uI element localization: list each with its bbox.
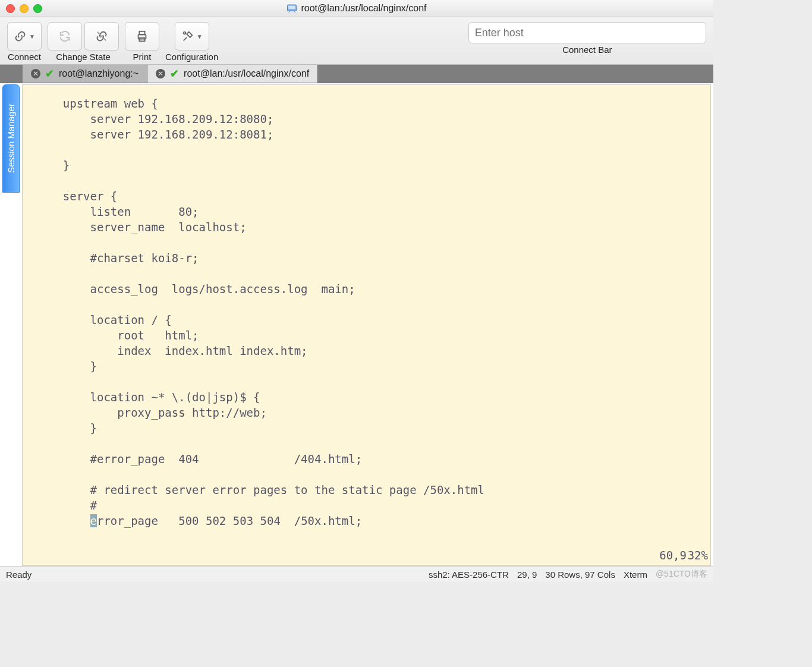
- connect-group: ▼ Connect: [7, 22, 42, 62]
- print-label: Print: [133, 52, 152, 62]
- change-state-label: Change State: [56, 52, 111, 62]
- svg-rect-1: [288, 6, 295, 10]
- printer-icon: [136, 30, 149, 43]
- session-tab-1[interactable]: ✕ ✔ root@lanzhiyong:~: [23, 65, 147, 83]
- print-group: Print: [125, 22, 159, 62]
- status-termtype: Xterm: [624, 570, 647, 580]
- close-tab-icon[interactable]: ✕: [156, 69, 165, 78]
- main-body: Session Manager upstream web { server 19…: [0, 83, 713, 566]
- svg-rect-3: [139, 32, 144, 35]
- chevron-down-icon: ▼: [197, 33, 203, 40]
- link-icon: [14, 30, 27, 43]
- tab-label: root@lanzhiyong:~: [59, 68, 139, 79]
- refresh-icon: [58, 30, 71, 43]
- configuration-button[interactable]: ▼: [175, 22, 209, 51]
- svg-point-5: [183, 32, 185, 34]
- app-window: root@lan:/usr/local/nginx/conf ▼ Connect…: [0, 0, 713, 582]
- tools-icon: [181, 30, 194, 43]
- window-title: root@lan:/usr/local/nginx/conf: [0, 3, 713, 14]
- chevron-down-icon: ▼: [29, 33, 35, 40]
- tab-strip: ✕ ✔ root@lanzhiyong:~ ✕ ✔ root@lan:/usr/…: [0, 65, 713, 83]
- connect-bar-label: Connect Bar: [562, 45, 612, 55]
- configuration-group: ▼ Configuration: [165, 22, 218, 62]
- status-ssh: ssh2: AES-256-CTR: [429, 570, 509, 580]
- status-cursor: 29, 9: [517, 570, 537, 580]
- session-manager-tab[interactable]: Session Manager: [2, 84, 20, 193]
- terminal-output[interactable]: upstream web { server 192.168.209.12:808…: [22, 84, 711, 566]
- change-state-group: Change State: [48, 22, 119, 62]
- app-icon: [287, 3, 297, 14]
- main-toolbar: ▼ Connect Change State Print: [0, 17, 713, 65]
- check-icon: ✔: [170, 67, 179, 80]
- window-title-text: root@lan:/usr/local/nginx/conf: [301, 3, 426, 14]
- tab-label: root@lan:/usr/local/nginx/conf: [184, 68, 309, 79]
- close-tab-icon[interactable]: ✕: [31, 69, 40, 78]
- print-button[interactable]: [125, 22, 159, 51]
- unlink-icon: [95, 30, 108, 43]
- status-size: 30 Rows, 97 Cols: [545, 570, 615, 580]
- connect-label: Connect: [8, 52, 41, 62]
- watermark: @51CTO博客: [656, 569, 707, 580]
- reconnect-button[interactable]: [48, 22, 82, 51]
- status-ready: Ready: [6, 570, 32, 580]
- configuration-label: Configuration: [165, 52, 218, 62]
- status-bar: Ready ssh2: AES-256-CTR 29, 9 30 Rows, 9…: [0, 566, 713, 582]
- connect-bar-group: Connect Bar: [468, 22, 706, 55]
- session-tab-2[interactable]: ✕ ✔ root@lan:/usr/local/nginx/conf: [147, 65, 318, 83]
- check-icon: ✔: [45, 67, 54, 80]
- disconnect-button[interactable]: [84, 22, 119, 51]
- host-input[interactable]: [468, 22, 706, 43]
- title-bar: root@lan:/usr/local/nginx/conf: [0, 0, 713, 17]
- connect-button[interactable]: ▼: [7, 22, 42, 51]
